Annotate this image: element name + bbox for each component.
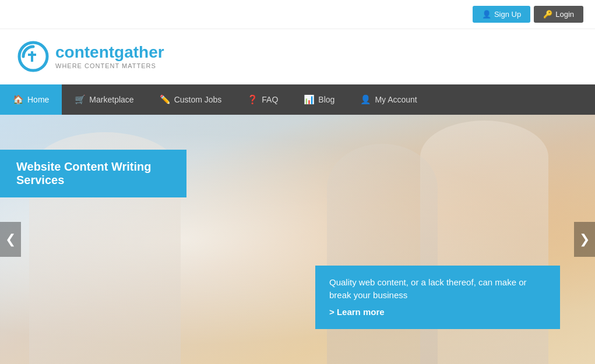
top-bar-buttons: 👤 Sign Up 🔑 Login [473,6,583,23]
signup-button[interactable]: 👤 Sign Up [473,6,530,23]
nav-item-marketplace[interactable]: 🛒 Marketplace [62,84,146,115]
marketplace-icon: 🛒 [75,94,86,105]
nav-label-custom-jobs: Custom Jobs [174,95,222,104]
top-bar: 👤 Sign Up 🔑 Login [0,0,595,29]
faq-icon: ❓ [247,94,258,105]
nav-item-home[interactable]: 🏠 Home [0,84,62,115]
svg-rect-1 [31,51,33,62]
hero-section: Website Content Writing Services Quality… [0,115,595,364]
logo[interactable]: contentgather WHERE CONTENT MATTERS [17,41,164,73]
logo-brand: contentgather [55,44,164,61]
nav-item-faq[interactable]: ❓ FAQ [234,84,291,115]
logo-icon [17,41,50,73]
hero-description-box: Quality web content, or a lack thereof, … [315,266,560,330]
nav-label-blog: Blog [318,95,335,104]
account-icon: 👤 [360,94,371,105]
logo-brand-part2: gather [114,43,164,61]
svg-rect-2 [28,54,36,56]
logo-text: contentgather WHERE CONTENT MATTERS [55,44,164,69]
nav-item-custom-jobs[interactable]: ✏️ Custom Jobs [147,84,235,115]
nav-label-faq: FAQ [262,95,278,104]
login-button[interactable]: 🔑 Login [534,6,583,23]
custom-jobs-icon: ✏️ [160,94,171,105]
nav-label-my-account: My Account [375,95,417,104]
main-nav: 🏠 Home 🛒 Marketplace ✏️ Custom Jobs ❓ FA… [0,84,595,115]
login-icon: 🔑 [543,10,552,19]
hero-title: Website Content Writing Services [16,160,151,186]
signup-label: Sign Up [494,10,521,19]
carousel-next-button[interactable]: ❯ [574,222,595,257]
blog-icon: 📊 [304,94,315,105]
arrow-right-icon: ❯ [579,232,590,247]
hero-person-right2 [327,144,438,364]
arrow-left-icon: ❮ [5,232,16,247]
hero-description: Quality web content, or a lack thereof, … [329,277,527,301]
logo-brand-part1: content [55,43,114,61]
home-icon: 🏠 [13,94,24,105]
nav-label-marketplace: Marketplace [89,95,133,104]
login-label: Login [555,10,574,19]
site-header: contentgather WHERE CONTENT MATTERS [0,29,595,84]
nav-item-my-account[interactable]: 👤 My Account [347,84,429,115]
logo-tagline: WHERE CONTENT MATTERS [55,62,164,69]
nav-item-blog[interactable]: 📊 Blog [291,84,347,115]
user-icon: 👤 [482,10,491,19]
carousel-prev-button[interactable]: ❮ [0,222,21,257]
hero-title-box: Website Content Writing Services [0,150,186,197]
nav-label-home: Home [27,95,49,104]
hero-learn-more[interactable]: > Learn more [329,306,546,319]
